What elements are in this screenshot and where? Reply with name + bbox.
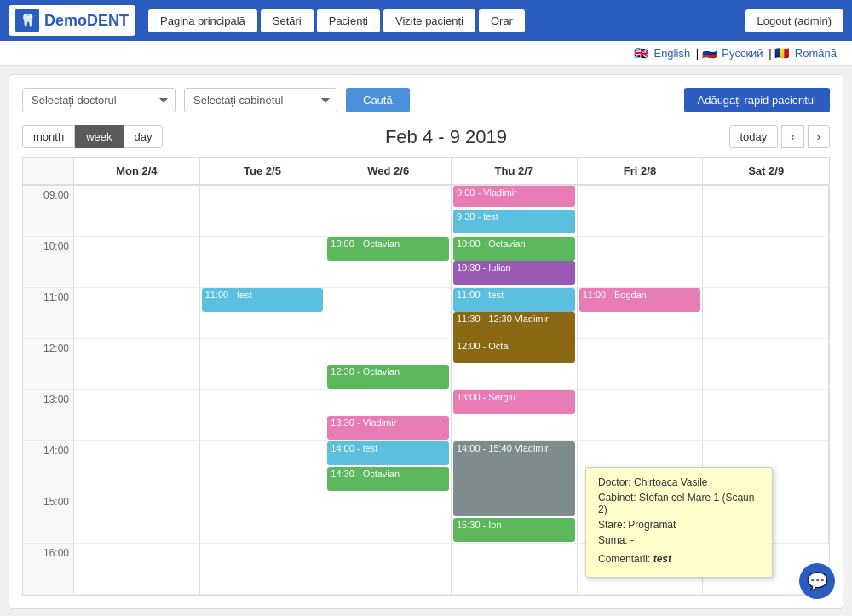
cal-cell-5-3[interactable] [703, 339, 829, 390]
event-th7[interactable]: 12:00 - Octa [453, 339, 575, 363]
logo-text: DemoDENT [44, 12, 129, 30]
cabinet-select[interactable]: Selectați cabinetul [184, 88, 337, 112]
header-tue: Tue 2/5 [200, 158, 326, 184]
cal-cell-5-1[interactable] [703, 237, 829, 288]
event-t1[interactable]: 11:00 - test [202, 288, 324, 312]
cal-cell-0-6[interactable] [74, 492, 200, 544]
cal-cell-3-1[interactable]: 10:00 - Octavian10:30 - Iulian [452, 237, 578, 288]
event-w5[interactable]: 14:30 - Octavian [327, 467, 449, 491]
filter-row: Selectați doctorul Selectați cabinetul C… [22, 88, 830, 112]
cal-cell-0-7[interactable] [74, 544, 200, 595]
cal-cell-0-4[interactable] [74, 390, 200, 441]
add-patient-button[interactable]: Adăugați rapid pacientul [684, 88, 831, 112]
cal-cell-2-3[interactable]: 12:30 - Octavian [325, 339, 452, 390]
cal-cell-0-0[interactable] [74, 186, 200, 237]
event-th3[interactable]: 10:00 - Octavian [453, 237, 575, 261]
search-button[interactable]: Caută [346, 88, 410, 112]
cal-cell-5-2[interactable] [703, 288, 829, 339]
header-thu: Thu 2/7 [452, 158, 578, 184]
view-month-button[interactable]: month [22, 125, 75, 148]
cal-cell-4-0[interactable] [578, 186, 704, 237]
doctor-select[interactable]: Selectați doctorul [22, 88, 176, 112]
event-w4[interactable]: 14:00 - test [327, 441, 449, 465]
lang-romanian[interactable]: Română [795, 47, 837, 60]
cal-cell-1-1[interactable] [200, 237, 326, 288]
cal-cell-3-0[interactable]: 9:00 - Vladimir9:30 - test [452, 186, 578, 237]
cal-cell-3-4[interactable]: 13:00 - Sergiu [452, 390, 578, 441]
tooltip-cabinet-label: Cabinet: [598, 492, 636, 504]
event-th2[interactable]: 9:30 - test [453, 210, 575, 233]
event-th5[interactable]: 11:00 - test [453, 288, 575, 312]
cal-cell-4-4[interactable] [578, 390, 704, 441]
cal-cell-3-5[interactable]: 14:00 - 15:40 Vladimir [452, 441, 578, 492]
cal-cell-4-3[interactable] [578, 339, 704, 390]
event-w1[interactable]: 10:00 - Octavian [327, 237, 449, 261]
header-wed: Wed 2/6 [325, 158, 452, 184]
prev-button[interactable]: ‹ [781, 125, 803, 148]
nav-vizite-pacienti[interactable]: Vizite pacienți [383, 9, 475, 32]
logo: 🦷 DemoDENT [9, 5, 135, 36]
cal-cell-2-4[interactable]: 13:30 - Vladimir [325, 390, 452, 441]
cal-cell-0-2[interactable] [74, 288, 200, 339]
event-th8[interactable]: 13:00 - Sergiu [453, 390, 575, 414]
cal-cell-1-7[interactable] [200, 544, 326, 595]
cal-cell-5-4[interactable] [703, 390, 829, 441]
view-week-button[interactable]: week [75, 125, 123, 148]
event-f1[interactable]: 11:00 - Bogdan [579, 288, 701, 312]
event-th10[interactable]: 15:30 - Ion [453, 518, 575, 542]
chat-bubble[interactable]: 💬 [799, 563, 835, 599]
logout-button[interactable]: Logout (admin) [746, 9, 843, 32]
cal-cell-3-7[interactable] [452, 544, 578, 595]
view-day-button[interactable]: day [124, 125, 164, 148]
calendar-nav-buttons: today ‹ › [729, 125, 831, 148]
cal-cell-2-1[interactable]: 10:00 - Octavian [325, 237, 452, 288]
event-th9[interactable]: 14:00 - 15:40 Vladimir [453, 441, 575, 516]
cal-cell-4-2[interactable]: 11:00 - Bogdan [578, 288, 704, 339]
cal-cell-2-2[interactable] [325, 288, 452, 339]
time-label-13:00: 13:00 [23, 390, 74, 441]
cal-cell-1-0[interactable] [200, 186, 326, 237]
calendar-grid: Mon 2/4 Tue 2/5 Wed 2/6 Thu 2/7 Fri 2/8 … [22, 157, 830, 596]
nav-pagina-principala[interactable]: Pagina principală [148, 9, 257, 32]
event-th4[interactable]: 10:30 - Iulian [453, 261, 575, 285]
tooltip-suma-label: Suma: [598, 534, 628, 546]
time-label-14:00: 14:00 [23, 441, 74, 492]
header-fri: Fri 2/8 [578, 158, 704, 184]
nav-setari[interactable]: Setări [261, 9, 314, 32]
cal-cell-2-7[interactable] [325, 544, 452, 595]
cal-cell-0-1[interactable] [74, 237, 200, 288]
cal-cell-2-5[interactable]: 14:00 - test14:30 - Octavian [325, 441, 452, 492]
header-mon: Mon 2/4 [74, 158, 200, 184]
cal-cell-3-3[interactable]: 12:00 - Octa [452, 339, 578, 390]
event-w2[interactable]: 12:30 - Octavian [327, 365, 449, 389]
nav-pacienti[interactable]: Pacienți [317, 9, 380, 32]
header-time [23, 158, 74, 184]
time-label-10:00: 10:00 [23, 237, 74, 288]
cal-cell-1-2[interactable]: 11:00 - test [200, 288, 326, 339]
cal-cell-1-3[interactable] [200, 339, 326, 390]
next-button[interactable]: › [808, 125, 830, 148]
cal-cell-3-2[interactable]: 11:00 - test11:30 - 12:30 Vladimir [452, 288, 578, 339]
time-label-15:00: 15:00 [23, 492, 74, 544]
cal-cell-1-4[interactable] [200, 390, 326, 441]
cal-cell-1-5[interactable] [200, 441, 326, 492]
cal-cell-1-6[interactable] [200, 492, 326, 544]
cal-cell-0-3[interactable] [74, 339, 200, 390]
cal-cell-2-0[interactable] [325, 186, 452, 237]
cal-cell-4-1[interactable] [578, 237, 704, 288]
time-label-11:00: 11:00 [23, 288, 74, 339]
lang-english[interactable]: English [653, 47, 690, 60]
russian-flag: 🇷🇺 [702, 46, 717, 60]
calendar-title: Feb 4 - 9 2019 [163, 126, 728, 148]
nav-orar[interactable]: Orar [479, 9, 525, 32]
cal-cell-5-0[interactable] [703, 186, 829, 237]
time-label-09:00: 09:00 [23, 186, 74, 237]
event-th1[interactable]: 9:00 - Vladimir [453, 186, 575, 207]
top-navigation: 🦷 DemoDENT Pagina principală Setări Paci… [0, 0, 852, 41]
calendar-body: 09:009:00 - Vladimir9:30 - test10:0010:0… [23, 186, 829, 595]
today-button[interactable]: today [729, 125, 779, 148]
lang-russian[interactable]: Русский [722, 47, 763, 60]
cal-cell-0-5[interactable] [74, 441, 200, 492]
cal-cell-2-6[interactable] [325, 492, 452, 544]
event-w3[interactable]: 13:30 - Vladimir [327, 416, 449, 440]
